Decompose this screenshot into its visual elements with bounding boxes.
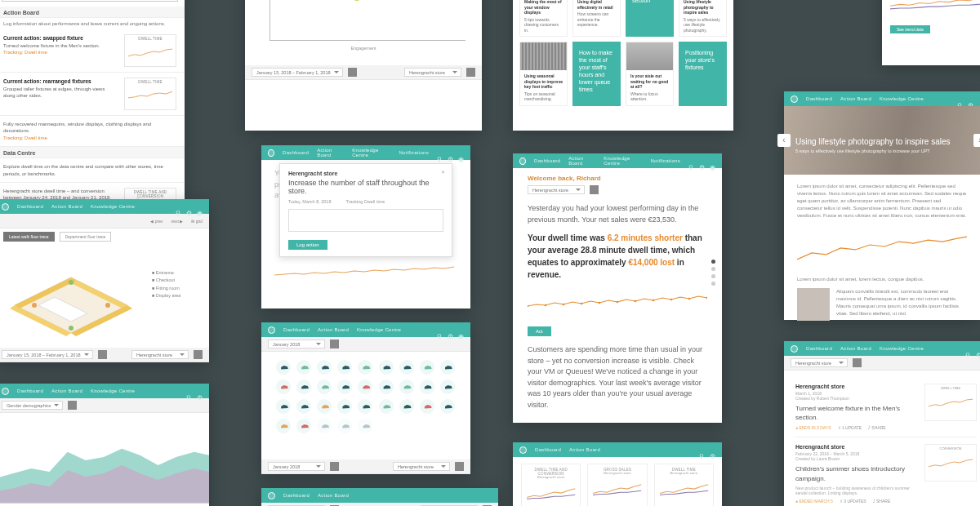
nav-tab[interactable]: Action Board [318,327,349,332]
product-item[interactable] [337,419,352,433]
knowledge-tile[interactable]: Using seasonal displays to improve key f… [519,42,568,106]
product-item[interactable] [420,399,434,414]
product-item[interactable] [399,360,414,375]
apply-button[interactable] [853,358,862,367]
user-icon[interactable] [710,158,715,164]
store-select[interactable]: Herengracht store [393,462,450,471]
product-item[interactable] [420,380,434,394]
date-select[interactable]: January 2018 [268,340,325,348]
metric-mini-chart[interactable]: DWELL TIME AND CONVERSIONHerengracht sto… [521,464,581,506]
nav-tab[interactable]: Notifications [650,158,680,163]
product-item[interactable] [440,380,455,394]
store-select[interactable]: Herengracht store [131,350,189,359]
prev-arrow-icon[interactable]: ‹ [777,134,791,147]
action-item[interactable]: Fully recovered mannequins, window displ… [0,116,185,147]
product-item[interactable] [337,399,352,414]
product-item[interactable] [276,419,291,433]
action-item[interactable]: Current action: swapped fixtureTurned we… [0,29,185,73]
gear-icon[interactable] [186,204,192,210]
product-item[interactable] [440,360,455,375]
gear-icon[interactable] [710,447,715,453]
search-icon[interactable] [176,204,181,210]
product-item[interactable] [296,399,311,414]
store-select[interactable]: Herengracht store [528,185,585,194]
product-item[interactable] [379,360,394,375]
nav-tab[interactable]: Notifications [399,150,429,155]
search-icon[interactable] [437,150,443,156]
product-item[interactable] [379,380,394,394]
date-select[interactable]: January 15, 2018 – February 1, 2018 [2,350,93,359]
product-item[interactable] [317,380,332,394]
knowledge-tile[interactable]: How to make the most of your staff's hou… [572,42,621,106]
action-note-input[interactable] [288,209,443,232]
gear-icon[interactable] [968,96,973,102]
knowledge-tile[interactable]: Positioning your store's fixtures [679,42,727,106]
apply-button[interactable] [68,401,77,410]
product-item[interactable] [276,399,291,414]
search-icon[interactable] [688,158,694,164]
product-item[interactable] [296,419,311,433]
gear-icon[interactable] [197,388,203,394]
product-item[interactable] [296,380,311,394]
product-item[interactable] [317,399,332,414]
nav-tab[interactable]: Knowledge Centre [880,96,924,101]
knowledge-tile[interactable]: Drive traffic to children's shopping sec… [626,0,674,37]
gear-icon[interactable] [699,158,705,164]
product-item[interactable] [358,419,372,433]
nav-tab[interactable]: Action Board [569,447,600,452]
product-item[interactable] [358,399,372,414]
date-select[interactable]: January 15, 2018 – February 1, 2018 [252,68,343,77]
nav-tab[interactable]: Knowledge Centre [91,388,135,393]
nav-tab[interactable]: Action Board [840,96,871,101]
action-item[interactable]: Current action: rearranged fixturesGroup… [0,73,185,116]
nav-tab[interactable]: Knowledge Centre [352,148,390,158]
data-item[interactable]: Explore dwell time on the data centre an… [0,158,185,183]
product-item[interactable] [399,380,414,394]
apply-button[interactable] [590,185,599,194]
nav-tab[interactable]: Dashboard [283,493,310,498]
close-icon[interactable]: × [441,168,445,175]
gear-icon[interactable] [976,346,980,352]
nav-tab[interactable]: Action Board [51,388,82,393]
nav-tab[interactable]: Action Board [317,148,344,158]
nav-tab[interactable]: Action Board [318,493,349,498]
date-select[interactable]: January 2018 [268,462,325,471]
metric-mini-chart[interactable]: GROSS SALESHerengracht store [587,464,647,506]
nav-tab[interactable]: Dashboard [283,150,309,155]
apply-button[interactable] [455,462,464,471]
apply-button[interactable] [466,68,475,77]
search-icon[interactable] [957,96,963,102]
nav-tab[interactable]: Dashboard [17,388,43,393]
knowledge-tile[interactable]: Using digital effectively in retailHow s… [572,0,621,37]
knowledge-tile[interactable]: Using lifestyle photography to inspire s… [679,0,727,37]
see-trend-button[interactable]: See trend data [890,25,930,33]
product-item[interactable] [337,360,352,375]
product-item[interactable] [296,360,311,375]
nav-tab[interactable]: Dashboard [283,327,310,332]
product-item[interactable] [337,380,352,394]
search-icon[interactable] [186,388,192,394]
action-entry[interactable]: Herengracht storeMarch 1, 2018Created by… [795,377,977,437]
metric-select[interactable]: Gender demographics [2,401,63,410]
store-select[interactable]: Herengracht store [404,68,461,77]
user-icon[interactable] [458,150,464,156]
nav-tab[interactable]: Dashboard [534,158,560,163]
trace-tab[interactable]: Latest walk floor trace [3,232,55,242]
nav-tab[interactable]: Knowledge Centre [604,156,642,166]
nav-tab[interactable]: Dashboard [806,96,832,101]
nav-tab[interactable]: Dashboard [17,204,43,209]
product-item[interactable] [358,380,372,394]
nav-tab[interactable]: Knowledge Centre [91,204,135,209]
knowledge-tile[interactable]: Is your aisle out waiting for no good at… [626,42,674,106]
nav-tab[interactable]: Dashboard [806,346,832,351]
product-item[interactable] [358,360,372,375]
search-icon[interactable] [965,346,971,352]
apply-button[interactable] [98,350,107,359]
search-icon[interactable] [437,327,443,333]
store-select[interactable]: Herengracht store [791,358,848,367]
gear-icon[interactable] [448,150,453,156]
product-item[interactable] [440,399,455,414]
search-icon[interactable] [699,447,705,453]
action-entry[interactable]: Herengracht storeFebruary 22, 2018 – Mar… [795,437,977,506]
product-item[interactable] [276,380,291,394]
